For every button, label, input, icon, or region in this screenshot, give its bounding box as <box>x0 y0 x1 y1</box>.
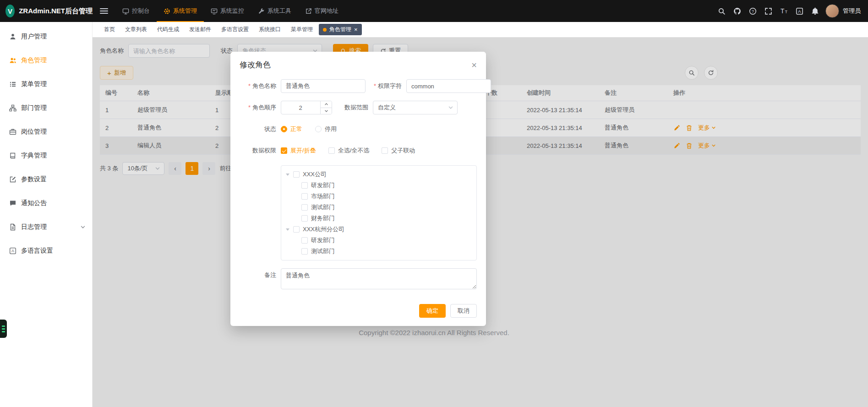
document-icon <box>9 223 16 231</box>
tab-3[interactable]: 发送邮件 <box>185 24 215 35</box>
tree-node[interactable]: 研发部门 <box>281 235 476 246</box>
tree-node-checkbox[interactable] <box>301 237 308 244</box>
bell-icon[interactable] <box>811 7 819 15</box>
tree-node[interactable]: 测试部门 <box>281 202 476 213</box>
tab-6[interactable]: 菜单管理 <box>287 24 317 35</box>
tree-node-checkbox[interactable] <box>301 193 308 200</box>
chat-icon <box>9 200 16 207</box>
stepper-controls <box>320 101 332 114</box>
perm-checkbox-2[interactable]: 父子联动 <box>382 147 415 155</box>
monitor-icon <box>211 8 218 15</box>
role-sort-stepper[interactable] <box>281 101 332 114</box>
chevron-down-icon <box>80 224 86 230</box>
dialog-role-key-input[interactable] <box>406 79 491 93</box>
sidebar-item-0[interactable]: 用户管理 <box>0 25 92 49</box>
decrease-icon[interactable] <box>321 108 332 114</box>
sidebar-item-4[interactable]: 岗位管理 <box>0 120 92 144</box>
tree-node-label: XXX杭州分公司 <box>303 225 344 233</box>
radio-dot <box>315 126 322 132</box>
tree-node[interactable]: 财务部门 <box>281 213 476 224</box>
tree-node[interactable]: 研发部门 <box>281 180 476 191</box>
checkbox-label: 展开/折叠 <box>290 147 316 155</box>
status-radio-0[interactable]: 正常 <box>281 125 302 133</box>
tree-node-label: 研发部门 <box>311 236 335 244</box>
github-icon[interactable] <box>733 7 741 15</box>
tree-node[interactable]: XXX公司 <box>281 169 476 180</box>
sidebar-item-7[interactable]: 通知公告 <box>0 191 92 215</box>
tree-node[interactable]: XXX杭州分公司 <box>281 224 476 235</box>
role-sort-input[interactable] <box>281 101 320 114</box>
help-icon[interactable]: ? <box>749 7 757 15</box>
sidebar-item-label: 部门管理 <box>21 104 47 112</box>
logo-area[interactable]: V ZRAdmin.NET后台管理 <box>0 5 93 17</box>
tree-node-checkbox[interactable] <box>301 204 308 211</box>
hamburger-icon[interactable] <box>100 8 108 14</box>
tree-node-label: 测试部门 <box>311 247 335 255</box>
fullscreen-icon[interactable] <box>764 7 772 15</box>
user-menu[interactable]: 管理员 <box>825 4 868 18</box>
role-key-field-label: 权限字符 <box>371 79 406 93</box>
close-icon[interactable]: × <box>354 27 358 33</box>
tree-node-label: 研发部门 <box>311 181 335 190</box>
locale-icon[interactable]: A <box>796 7 803 15</box>
tree-node[interactable]: 测试部门 <box>281 246 476 257</box>
nav-item-4[interactable]: 官网地址 <box>298 0 345 22</box>
sidebar-item-9[interactable]: A多语言设置 <box>0 239 92 263</box>
search-icon[interactable] <box>718 7 726 15</box>
tree-node-label: 市场部门 <box>311 192 335 201</box>
close-icon[interactable]: × <box>471 60 477 70</box>
sidebar-item-2[interactable]: 菜单管理 <box>0 72 92 96</box>
tree-node-checkbox[interactable] <box>301 182 308 189</box>
sidebar-item-5[interactable]: 字典管理 <box>0 144 92 168</box>
sidebar-item-label: 用户管理 <box>21 33 47 41</box>
cancel-button[interactable]: 取消 <box>450 304 477 318</box>
data-scope-select[interactable]: 自定义 <box>373 101 458 114</box>
tab-5[interactable]: 系统接口 <box>255 24 285 35</box>
avatar[interactable] <box>825 4 839 18</box>
caret-down-icon[interactable] <box>286 174 289 176</box>
sidebar-item-1[interactable]: 角色管理 <box>0 49 92 72</box>
tab-1[interactable]: 文章列表 <box>121 24 151 35</box>
tab-2[interactable]: 代码生成 <box>153 24 183 35</box>
users-icon <box>9 57 16 64</box>
data-perm-field-label: 数据权限 <box>240 144 281 157</box>
sidebar-item-3[interactable]: 部门管理 <box>0 96 92 120</box>
tab-4[interactable]: 多语言设置 <box>217 24 253 35</box>
tree-node[interactable]: 市场部门 <box>281 191 476 202</box>
list-icon <box>9 81 16 88</box>
tree-node-checkbox[interactable] <box>301 248 308 255</box>
dialog-role-name-input[interactable] <box>281 79 366 93</box>
perm-checkbox-0[interactable]: 展开/折叠 <box>281 147 316 155</box>
sidebar-item-label: 参数设置 <box>21 175 47 184</box>
confirm-button[interactable]: 确定 <box>419 304 446 318</box>
tab-active[interactable]: 角色管理× <box>319 24 362 35</box>
nav-item-1[interactable]: 系统管理 <box>157 0 204 22</box>
sidebar-item-label: 字典管理 <box>21 152 47 160</box>
increase-icon[interactable] <box>321 101 332 108</box>
tree-node-checkbox[interactable] <box>293 226 300 233</box>
font-size-icon[interactable]: TT <box>780 7 788 15</box>
app-title: ZRAdmin.NET后台管理 <box>19 7 93 16</box>
tree-node-label: 财务部门 <box>311 214 335 222</box>
tags-view: 首页文章列表代码生成发送邮件多语言设置系统接口菜单管理角色管理× <box>93 22 868 38</box>
nav-item-3[interactable]: 系统工具 <box>251 0 298 22</box>
sidebar-item-label: 日志管理 <box>21 223 47 231</box>
sidebar-item-8[interactable]: 日志管理 <box>0 215 92 239</box>
nav-item-2[interactable]: 系统监控 <box>204 0 251 22</box>
caret-down-icon[interactable] <box>286 228 289 231</box>
nav-item-0[interactable]: 控制台 <box>115 0 157 22</box>
sidebar-item-6[interactable]: 参数设置 <box>0 168 92 191</box>
nav-item-label: 控制台 <box>132 7 150 15</box>
remark-textarea[interactable]: 普通角色 <box>281 268 477 289</box>
data-perm-options: 展开/折叠全选/全不选父子联动 <box>281 144 427 157</box>
permission-tree: XXX公司研发部门市场部门测试部门财务部门XXX杭州分公司研发部门测试部门 <box>281 165 477 260</box>
perm-checkbox-1[interactable]: 全选/全不选 <box>328 147 370 155</box>
console-icon <box>122 8 129 15</box>
sitemap-icon <box>9 104 16 112</box>
devtools-badge[interactable] <box>0 320 7 338</box>
tree-node-checkbox[interactable] <box>301 215 308 222</box>
tab-0[interactable]: 首页 <box>100 24 119 35</box>
tree-node-checkbox[interactable] <box>293 171 300 178</box>
status-radio-1[interactable]: 停用 <box>315 125 337 133</box>
book-icon <box>9 152 16 159</box>
